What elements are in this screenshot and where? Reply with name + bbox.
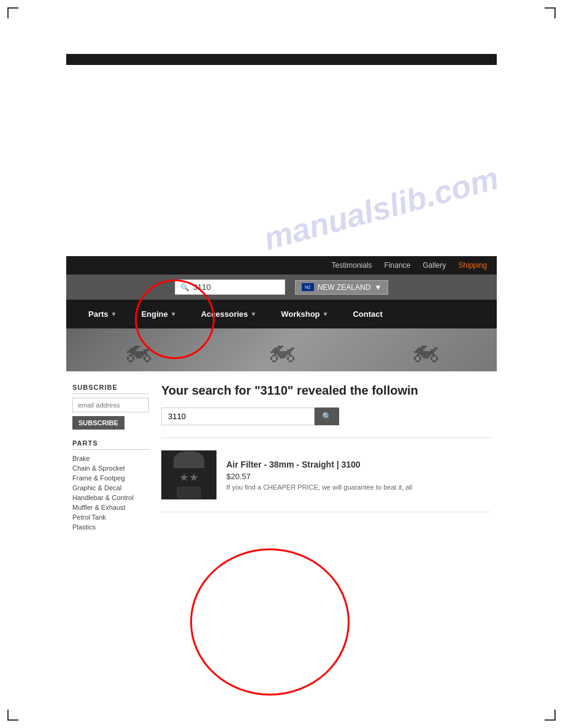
search-input-wrap: 🔍 — [175, 279, 285, 295]
main-nav: Parts ▼ Engine ▼ Accessories ▼ Workshop … — [66, 300, 497, 328]
nav-link-finance[interactable]: Finance — [385, 261, 411, 270]
parts-item-petrol[interactable]: Petrol Tank — [72, 512, 149, 522]
product-divider-top — [161, 438, 491, 438]
chevron-down-icon: ▼ — [250, 311, 256, 317]
results-search-input[interactable] — [161, 408, 315, 425]
results-search-button[interactable]: 🔍 — [315, 408, 339, 425]
subscribe-title: SUBSCRIBE — [72, 384, 149, 394]
nav-item-engine[interactable]: Engine ▼ — [129, 300, 188, 328]
corner-mark-bl — [7, 710, 18, 721]
nav-link-testimonials[interactable]: Testimonials — [332, 261, 372, 270]
search-bar-section: 🔍 NZ NEW ZEALAND ▼ — [66, 275, 497, 300]
hero-area: 🏍 🏍 🏍 — [66, 328, 497, 371]
country-selector[interactable]: NZ NEW ZEALAND ▼ — [295, 280, 389, 295]
hero-background: 🏍 🏍 🏍 — [66, 328, 497, 371]
top-black-bar — [66, 54, 497, 65]
parts-item-plastics[interactable]: Plastics — [72, 522, 149, 532]
product-item-1: ★★ Air Filter - 38mm - Straight | 3100 $… — [161, 443, 491, 507]
product-title-1[interactable]: Air Filter - 38mm - Straight | 3100 — [226, 460, 412, 469]
filter-bottom — [177, 487, 201, 499]
chevron-down-icon: ▼ — [374, 283, 381, 292]
product-divider-bottom — [161, 512, 491, 512]
parts-list: Brake Chain & Sprocket Frame & Footpeg G… — [72, 453, 149, 532]
sidebar: SUBSCRIBE SUBSCRIBE PARTS Brake Chain & … — [66, 384, 155, 532]
watermark: manualslib.com — [260, 159, 502, 257]
product-info-1: Air Filter - 38mm - Straight | 3100 $20.… — [226, 460, 412, 491]
product-price-1: $20.57 — [226, 472, 412, 481]
nav-link-gallery[interactable]: Gallery — [423, 261, 446, 270]
parts-item-frame[interactable]: Frame & Footpeg — [72, 473, 149, 483]
nav-link-shipping[interactable]: Shipping — [458, 261, 487, 270]
parts-item-handlebar[interactable]: Handlebar & Control — [72, 493, 149, 502]
search-icon: 🔍 — [180, 283, 190, 292]
product-desc-1: If you find a CHEAPER PRICE, we will gua… — [226, 483, 412, 491]
nav-item-workshop[interactable]: Workshop ▼ — [269, 300, 340, 328]
chevron-down-icon: ▼ — [111, 311, 117, 317]
website-container: Testimonials Finance Gallery Shipping 🔍 … — [66, 256, 497, 703]
subscribe-button[interactable]: SUBSCRIBE — [72, 416, 124, 430]
hero-silhouette-3: 🏍 — [410, 333, 440, 367]
results-search-form: 🔍 — [161, 408, 491, 425]
nav-item-contact[interactable]: Contact — [340, 300, 394, 328]
subscribe-section: SUBSCRIBE SUBSCRIBE — [72, 384, 149, 430]
email-input[interactable] — [72, 398, 149, 412]
country-label: NEW ZEALAND — [318, 283, 371, 292]
chevron-down-icon: ▼ — [170, 311, 177, 317]
flag-icon: NZ — [302, 283, 314, 291]
filter-stars: ★★ — [179, 471, 199, 484]
search-input[interactable] — [193, 282, 267, 292]
air-filter-visual: ★★ — [174, 451, 204, 499]
product-thumbnail-1[interactable]: ★★ — [161, 450, 216, 499]
corner-mark-tl — [7, 7, 18, 18]
content-area: SUBSCRIBE SUBSCRIBE PARTS Brake Chain & … — [66, 371, 497, 544]
parts-section: PARTS Brake Chain & Sprocket Frame & Foo… — [72, 439, 149, 532]
top-nav-bar: Testimonials Finance Gallery Shipping — [66, 256, 497, 275]
parts-title: PARTS — [72, 439, 149, 450]
chevron-down-icon: ▼ — [323, 311, 329, 317]
parts-item-chain[interactable]: Chain & Sprocket — [72, 463, 149, 473]
parts-item-graphic[interactable]: Graphic & Decal — [72, 483, 149, 493]
parts-item-muffler[interactable]: Muffler & Exhaust — [72, 502, 149, 512]
nav-item-parts[interactable]: Parts ▼ — [76, 300, 129, 328]
corner-mark-br — [545, 710, 556, 721]
nav-item-accessories[interactable]: Accessories ▼ — [189, 300, 269, 328]
hero-silhouette-2: 🏍 — [267, 333, 296, 367]
parts-item-brake[interactable]: Brake — [72, 453, 149, 463]
search-results-heading: Your search for "3110" revealed the foll… — [161, 384, 491, 398]
hero-silhouette-1: 🏍 — [123, 333, 153, 367]
filter-top — [174, 451, 204, 468]
main-content: Your search for "3110" revealed the foll… — [155, 384, 497, 532]
corner-mark-tr — [545, 7, 556, 18]
